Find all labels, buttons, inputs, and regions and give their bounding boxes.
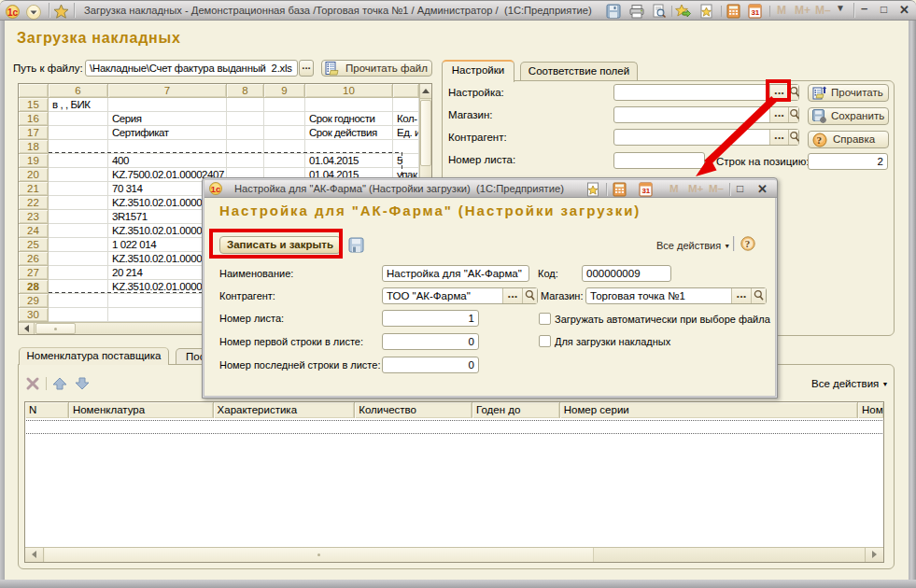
svg-text:31: 31: [641, 187, 650, 195]
svg-text:31: 31: [751, 8, 759, 17]
svg-text:1с: 1с: [7, 7, 19, 18]
svg-text:?: ?: [817, 134, 823, 146]
svg-text:1с: 1с: [211, 185, 220, 194]
svg-text:?: ?: [745, 238, 751, 249]
